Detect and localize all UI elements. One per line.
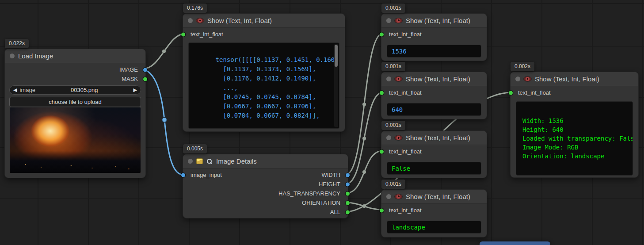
output-label: HEIGHT [319, 181, 340, 188]
timing-badge: 0.001s [381, 62, 405, 71]
input-label: image_input [191, 172, 222, 178]
input-slot-text-int-float[interactable]: text_int_float [381, 30, 422, 39]
node-title: Show (Text, Int, Float) [207, 17, 272, 24]
output-label: MASK [122, 76, 138, 82]
input-slot-text-int-float[interactable]: text_int_float [381, 88, 422, 97]
timing-badge: 0.001s [381, 121, 405, 130]
node-title: Image Details [216, 157, 257, 165]
partial-node-bottom[interactable] [480, 241, 550, 245]
output-label: ORIENTATION [302, 199, 340, 206]
node-title-bar[interactable]: Show (Text, Int, Float) [511, 72, 638, 86]
output-label: WIDTH [321, 172, 340, 178]
timing-badge: 0.001s [381, 180, 405, 189]
node-load-image[interactable]: 0.022s Load Image IMAGE MASK ◀ image 003… [4, 49, 146, 178]
value-box[interactable]: False [387, 162, 481, 175]
tensor-text: tensor([[[[0.1137, 0.1451, 0.1608], [0.1… [193, 56, 339, 129]
output-label: IMAGE [119, 66, 138, 73]
reroute-dot[interactable] [162, 118, 167, 122]
input-dot[interactable] [509, 91, 513, 95]
input-dot[interactable] [380, 149, 384, 153]
output-dot-has-transparency[interactable] [346, 191, 350, 195]
scrollbar-thumb[interactable] [335, 45, 338, 67]
input-dot[interactable] [380, 91, 384, 95]
node-title: Show (Text, Int, Float) [535, 75, 599, 83]
output-dot-image[interactable] [143, 68, 147, 72]
image-icon [196, 158, 203, 164]
scrollbar[interactable] [334, 44, 338, 127]
magnifier-icon [206, 158, 213, 165]
input-slot-image-input[interactable]: image_input [183, 170, 222, 180]
details-text-area[interactable]: Width: 1536 Height: 640 Loaded with tran… [516, 101, 633, 176]
input-dot[interactable] [380, 208, 384, 212]
input-dot[interactable] [380, 32, 384, 36]
output-dot-mask[interactable] [143, 77, 147, 81]
link-midpoint-dot [162, 50, 166, 53]
value-text: 1536 [392, 48, 407, 55]
value-box[interactable]: 1536 [387, 45, 481, 57]
choose-file-button[interactable]: choose file to upload [9, 97, 141, 107]
output-slot-all[interactable]: ALL [330, 207, 348, 217]
output-dot-height[interactable] [346, 182, 350, 186]
eye-icon [395, 135, 402, 140]
output-dot-orientation[interactable] [346, 201, 350, 205]
output-slot-has-transparency[interactable]: HAS_TRANSPARENCY [278, 189, 348, 198]
timing-badge: 0.005s [183, 144, 207, 153]
input-slot-text-int-float[interactable]: text_int_float [183, 30, 223, 39]
output-dot-width[interactable] [346, 173, 350, 177]
collapse-dot-icon[interactable] [386, 18, 391, 23]
node-show-width[interactable]: 0.001s Show (Text, Int, Float) text_int_… [381, 13, 487, 61]
node-title-bar[interactable]: Show (Text, Int, Float) [381, 14, 487, 28]
link-midpoint-dot [362, 103, 366, 106]
value-box[interactable]: 640 [387, 103, 481, 116]
image-preview [10, 107, 141, 173]
node-show-all-details[interactable]: 0.002s Show (Text, Int, Float) text_int_… [510, 72, 639, 178]
node-show-height[interactable]: 0.001s Show (Text, Int, Float) text_int_… [381, 72, 487, 119]
node-show-orientation[interactable]: 0.001s Show (Text, Int, Float) text_int_… [381, 189, 487, 237]
link-midpoint-dot [362, 204, 366, 208]
eye-icon [524, 77, 531, 81]
tensor-text-area[interactable]: tensor([[[[0.1137, 0.1451, 0.1608], [0.1… [188, 42, 339, 129]
combo-value: 00305.png [35, 87, 133, 93]
eye-icon [395, 77, 402, 81]
collapse-dot-icon[interactable] [10, 54, 15, 58]
prev-image-arrow-icon[interactable]: ◀ [13, 87, 17, 93]
input-slot-text-int-float[interactable]: text_int_float [381, 206, 422, 215]
output-dot-all[interactable] [346, 210, 350, 214]
input-dot[interactable] [181, 32, 185, 36]
timing-badge: 0.176s [183, 4, 207, 13]
output-slot-image[interactable]: IMAGE [119, 65, 145, 74]
collapse-dot-icon[interactable] [386, 194, 391, 199]
image-combo-widget[interactable]: ◀ image 00305.png ▶ [9, 85, 141, 95]
output-slot-orientation[interactable]: ORIENTATION [302, 198, 348, 207]
input-slot-text-int-float[interactable]: text_int_float [511, 88, 551, 97]
input-slot-text-int-float[interactable]: text_int_float [381, 147, 422, 156]
node-title-bar[interactable]: Image Details [183, 154, 348, 168]
node-title-bar[interactable]: Show (Text, Int, Float) [381, 190, 487, 204]
value-box[interactable]: landscape [387, 221, 481, 234]
node-title-bar[interactable]: Show (Text, Int, Float) [183, 14, 345, 28]
value-text: False [392, 165, 410, 172]
next-image-arrow-icon[interactable]: ▶ [133, 87, 137, 93]
node-show-tensor[interactable]: 0.176s Show (Text, Int, Float) text_int_… [183, 13, 345, 132]
node-graph-canvas[interactable]: 0.022s Load Image IMAGE MASK ◀ image 003… [0, 0, 644, 245]
node-show-transparency[interactable]: 0.001s Show (Text, Int, Float) text_int_… [381, 130, 487, 178]
output-slot-mask[interactable]: MASK [122, 74, 145, 84]
collapse-dot-icon[interactable] [386, 135, 391, 140]
collapse-dot-icon[interactable] [515, 77, 520, 81]
output-label: ALL [330, 209, 340, 215]
output-slot-height[interactable]: HEIGHT [319, 180, 348, 189]
collapse-dot-icon[interactable] [188, 18, 193, 23]
collapse-dot-icon[interactable] [386, 77, 391, 81]
collapse-dot-icon[interactable] [188, 159, 193, 164]
value-text: landscape [392, 224, 425, 231]
node-title: Show (Text, Int, Float) [406, 17, 470, 24]
output-slot-width[interactable]: WIDTH [321, 170, 348, 180]
combo-label: image [19, 87, 35, 93]
node-title-bar[interactable]: Show (Text, Int, Float) [381, 72, 487, 86]
node-title-bar[interactable]: Show (Text, Int, Float) [381, 131, 487, 145]
input-dot[interactable] [181, 173, 185, 177]
input-label: text_int_float [389, 207, 422, 214]
node-title-bar[interactable]: Load Image [5, 49, 145, 63]
node-image-details[interactable]: 0.005s Image Details image_input WIDTH H… [183, 154, 348, 218]
node-title: Show (Text, Int, Float) [406, 75, 470, 83]
